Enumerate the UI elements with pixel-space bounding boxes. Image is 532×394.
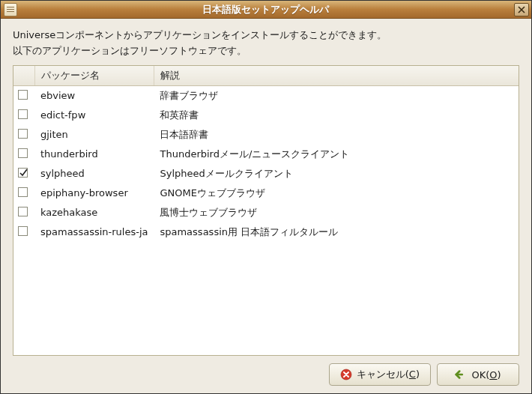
ok-arrow-icon (455, 369, 467, 381)
package-name-cell: edict-fpw (34, 106, 154, 125)
checkbox-cell (13, 145, 34, 164)
dialog-window: 日本語版セットアップヘルパ Universeコンポーネントからアプリケーションを… (0, 0, 532, 394)
package-description-cell: 和英辞書 (154, 106, 519, 125)
checkbox-cell (13, 85, 34, 106)
ok-button[interactable]: OK(O) (437, 363, 519, 386)
dialog-content: Universeコンポーネントからアプリケーションをインストールすることができま… (1, 19, 531, 393)
table-row[interactable]: spamassassin-rules-jaspamassassin用 日本語フィ… (13, 222, 519, 242)
package-checkbox[interactable] (18, 226, 28, 236)
package-checkbox[interactable] (18, 207, 28, 216)
checkbox-cell (13, 125, 34, 145)
checkbox-cell (13, 184, 34, 203)
package-description-cell: Thunderbirdメール/ニュースクライアント (154, 145, 519, 164)
package-description-cell: spamassassin用 日本語フィルタルール (154, 222, 519, 242)
package-name-cell: epiphany-browser (34, 184, 154, 203)
window-title: 日本語版セットアップヘルパ (17, 3, 514, 16)
table-row[interactable]: epiphany-browserGNOMEウェブブラウザ (13, 184, 519, 203)
package-name-cell: spamassassin-rules-ja (34, 222, 154, 242)
package-checkbox[interactable] (18, 168, 28, 178)
package-description-cell: 辞書ブラウザ (154, 85, 519, 106)
package-checkbox[interactable] (18, 129, 28, 139)
package-name-cell: thunderbird (34, 145, 154, 164)
ok-button-label: OK(O) (471, 369, 501, 381)
table-empty-area (13, 242, 519, 355)
table-row[interactable]: sylpheedSylpheedメールクライアント (13, 164, 519, 184)
package-name-cell: kazehakase (34, 203, 154, 222)
checkbox-cell (13, 106, 34, 125)
table-row[interactable]: kazehakase風博士ウェブブラウザ (13, 203, 519, 222)
intro-text: Universeコンポーネントからアプリケーションをインストールすることができま… (13, 28, 519, 59)
intro-line-2: 以下のアプリケーションはフリーソフトウェアです。 (13, 43, 519, 59)
package-table: パッケージ名 解説 ebview辞書ブラウザedict-fpw和英辞書gjite… (13, 66, 519, 242)
package-description-cell: 日本語辞書 (154, 125, 519, 145)
close-button[interactable] (514, 3, 529, 16)
package-table-container: パッケージ名 解説 ebview辞書ブラウザedict-fpw和英辞書gjite… (13, 65, 519, 356)
package-checkbox[interactable] (18, 187, 28, 197)
package-checkbox[interactable] (18, 109, 28, 119)
column-header-package[interactable]: パッケージ名 (34, 66, 154, 86)
table-row[interactable]: gjiten日本語辞書 (13, 125, 519, 145)
cancel-button-label: キャンセル(C) (357, 368, 420, 381)
package-name-cell: gjiten (34, 125, 154, 145)
button-bar: キャンセル(C) OK(O) (13, 356, 519, 386)
package-name-cell: ebview (34, 85, 154, 106)
column-header-checkbox[interactable] (13, 66, 34, 86)
package-name-cell: sylpheed (34, 164, 154, 184)
titlebar: 日本語版セットアップヘルパ (1, 1, 531, 19)
cancel-icon (340, 369, 352, 381)
package-description-cell: Sylpheedメールクライアント (154, 164, 519, 184)
package-checkbox[interactable] (18, 90, 28, 100)
column-header-description[interactable]: 解説 (154, 66, 519, 86)
close-icon (518, 6, 525, 13)
package-description-cell: GNOMEウェブブラウザ (154, 184, 519, 203)
intro-line-1: Universeコンポーネントからアプリケーションをインストールすることができま… (13, 28, 519, 43)
table-row[interactable]: thunderbirdThunderbirdメール/ニュースクライアント (13, 145, 519, 164)
package-description-cell: 風博士ウェブブラウザ (154, 203, 519, 222)
checkbox-cell (13, 203, 34, 222)
app-icon (4, 3, 17, 16)
checkbox-cell (13, 222, 34, 242)
cancel-button[interactable]: キャンセル(C) (329, 363, 431, 386)
package-checkbox[interactable] (18, 148, 28, 158)
checkbox-cell (13, 164, 34, 184)
table-row[interactable]: ebview辞書ブラウザ (13, 85, 519, 106)
table-row[interactable]: edict-fpw和英辞書 (13, 106, 519, 125)
